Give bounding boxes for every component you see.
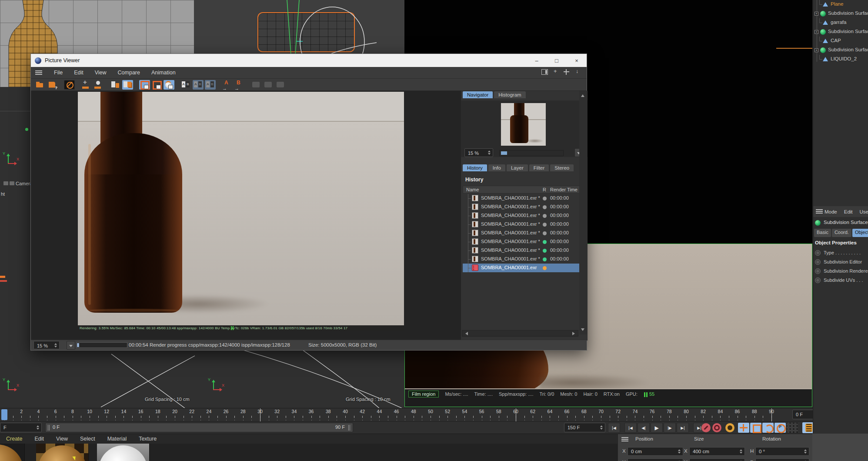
menu-create[interactable]: Create <box>0 436 29 442</box>
tab-stereo[interactable]: Stereo <box>550 164 574 171</box>
pick-object-icon[interactable] <box>93 80 104 90</box>
status-zoom-field[interactable]: 15 % <box>33 341 60 349</box>
set-as-b-icon[interactable] <box>234 80 245 90</box>
material-thumbnail[interactable] <box>97 444 150 461</box>
spinner[interactable] <box>802 459 808 461</box>
coord-value-field[interactable]: 0 ° <box>755 447 809 456</box>
pick-position-icon[interactable] <box>81 80 92 90</box>
key-pla-toggle[interactable] <box>787 423 798 433</box>
history-row[interactable]: SOMBRA_CHAO0001.exr *00:00:00 <box>463 211 584 220</box>
spinner[interactable] <box>802 448 808 455</box>
history-row[interactable]: SOMBRA_CHAO0001.exr *00:00:00 <box>463 220 584 229</box>
timeline-ruler[interactable]: 0246810121416182022242628303234363840424… <box>0 408 868 421</box>
history-row[interactable]: SOMBRA_CHAO0001.exr *00:00:00 <box>463 229 584 237</box>
open-image-icon[interactable] <box>35 80 46 90</box>
range-start-grip[interactable] <box>48 425 48 431</box>
menu-file[interactable]: File <box>48 70 68 76</box>
object-row-subdivision-surface[interactable]: +Subdivision Surface <box>813 27 868 37</box>
expand-icon[interactable]: + <box>815 30 818 34</box>
coord-value-field[interactable]: -4.991 cm <box>628 458 683 461</box>
attr-menu-use[interactable]: Use <box>860 209 868 214</box>
compare-frame-b-icon[interactable] <box>151 80 162 90</box>
layout-icon[interactable] <box>541 69 548 75</box>
parameter-knob-icon[interactable] <box>815 268 821 274</box>
spinner[interactable] <box>598 423 604 432</box>
maximize-button[interactable]: □ <box>547 54 567 67</box>
menu-select[interactable]: Select <box>74 436 101 442</box>
vertical-scrollbar[interactable] <box>579 91 587 334</box>
navigator-thumbnail[interactable] <box>501 103 546 146</box>
frame-field[interactable]: F <box>0 423 42 432</box>
attr-tab-object[interactable]: Object <box>852 229 868 237</box>
minimize-button[interactable]: – <box>527 54 547 67</box>
title-bar[interactable]: Picture Viewer –□× <box>31 54 587 67</box>
object-row-subdivision-surface[interactable]: +Subdivision Surface <box>813 46 868 55</box>
menu-animation[interactable]: Animation <box>146 70 181 76</box>
attribute-row[interactable]: Subdivide UVs . . . <box>813 276 868 285</box>
record-keyframe-button[interactable] <box>701 423 711 432</box>
key-position-toggle[interactable] <box>738 423 749 433</box>
spinner[interactable] <box>486 149 492 157</box>
history-row[interactable]: SOMBRA_CHAO0001.exr *00:00:00 <box>463 194 584 203</box>
tab-history[interactable]: History <box>463 164 487 171</box>
attr-menu-edit[interactable]: Edit <box>844 209 853 214</box>
menu-view[interactable]: View <box>89 70 112 76</box>
menu-compare[interactable]: Compare <box>112 70 146 76</box>
key-scale-toggle[interactable] <box>750 423 761 433</box>
play-button[interactable]: ▶ <box>651 423 663 433</box>
delete-image-icon[interactable] <box>110 80 121 90</box>
history-row[interactable]: SOMBRA_CHAO0001.exr *00:00:00 <box>463 237 584 246</box>
compare-frame-a-icon[interactable] <box>139 80 150 90</box>
menu-view[interactable]: View <box>50 436 74 442</box>
keying-settings-button[interactable] <box>725 423 734 432</box>
expand-icon[interactable]: + <box>815 48 818 52</box>
spinner[interactable] <box>738 459 744 461</box>
close-button[interactable]: × <box>567 54 587 67</box>
horizontal-scrollbar[interactable] <box>462 330 578 337</box>
material-thumbnail[interactable] <box>0 444 25 461</box>
attr-tab-basic[interactable]: Basic <box>814 229 831 237</box>
menu-icon[interactable] <box>35 70 42 75</box>
render-clip-icon[interactable] <box>64 80 75 90</box>
spinner[interactable] <box>738 448 744 455</box>
object-row-cap[interactable]: CAP <box>813 37 868 46</box>
goto-start-button[interactable]: |◀ <box>608 423 620 433</box>
attribute-row[interactable]: Type . . . . . . . . . . <box>813 249 868 258</box>
zoom-slider[interactable] <box>499 150 564 156</box>
attr-tab-coord[interactable]: Coord. <box>832 229 851 237</box>
tab-layer[interactable]: Layer <box>507 164 528 171</box>
parameter-knob-icon[interactable] <box>815 259 821 265</box>
history-row[interactable]: SOMBRA_CHAO0001.exr *00:00:00 <box>463 246 584 255</box>
history-table-header[interactable]: Name R Render Time F <box>463 186 584 194</box>
next-key-button[interactable]: ▶| <box>677 423 689 433</box>
key-parameter-toggle[interactable] <box>775 423 786 433</box>
status-zoom-dropdown[interactable] <box>67 341 75 350</box>
attr-menu-mode[interactable]: Mode <box>825 209 837 214</box>
add-icon[interactable] <box>552 69 559 75</box>
preview-range-slider[interactable]: 0 F 90 F <box>45 423 353 432</box>
pan-icon[interactable] <box>563 69 570 75</box>
menu-edit[interactable]: Edit <box>29 436 50 442</box>
tab-navigator[interactable]: Navigator <box>463 91 493 98</box>
spinner[interactable] <box>35 423 40 432</box>
parameter-knob-icon[interactable] <box>815 250 821 256</box>
prev-frame-button[interactable]: ◀| <box>638 423 650 433</box>
next-frame-button[interactable]: |▶ <box>664 423 676 433</box>
attribute-row[interactable]: Subdivision Renderer <box>813 267 868 276</box>
menu-material[interactable]: Material <box>101 436 133 442</box>
tab-info[interactable]: Info <box>488 164 505 171</box>
menu-icon[interactable] <box>816 209 820 214</box>
history-row[interactable]: SOMBRA_CHAO0001.exr *00:00:00 <box>463 255 584 264</box>
film-region-label[interactable]: Film region <box>408 391 439 398</box>
menu-edit[interactable]: Edit <box>68 70 89 76</box>
download-icon[interactable] <box>574 69 581 75</box>
range-end-grip[interactable] <box>348 425 349 431</box>
compare-ball-icon[interactable] <box>164 80 174 90</box>
ab-compare-icon[interactable] <box>180 80 191 90</box>
spinner[interactable] <box>676 448 682 455</box>
key-rotation-toggle[interactable] <box>762 423 774 433</box>
attribute-row[interactable]: Subdivision Editor <box>813 258 868 267</box>
tab-filter[interactable]: Filter <box>529 164 549 171</box>
coord-value-field[interactable]: 123.739 cm <box>689 458 745 461</box>
object-row-subdivision-surface[interactable]: +Subdivision Surface <box>813 9 868 18</box>
